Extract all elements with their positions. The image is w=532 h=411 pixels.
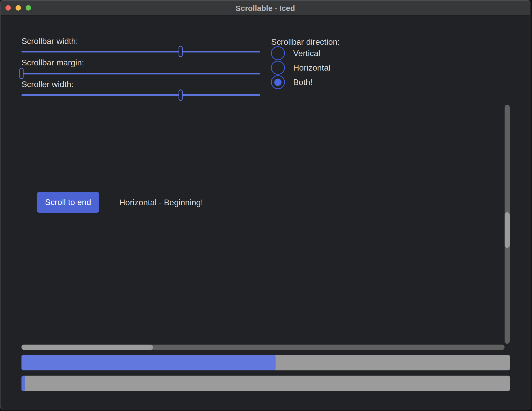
scroller-width-label: Scroller width: bbox=[21, 79, 73, 89]
scrollbar-width-slider[interactable] bbox=[21, 46, 260, 57]
vertical-scrollbar-scroller[interactable] bbox=[505, 212, 510, 248]
scroll-progress-bar-1 bbox=[21, 355, 510, 370]
radio-horizontal-circle-icon[interactable] bbox=[271, 61, 285, 75]
scrollbar-width-slider-rail[interactable] bbox=[21, 51, 260, 52]
scrollbar-margin-slider[interactable] bbox=[21, 68, 260, 79]
radio-both-label[interactable]: Both! bbox=[293, 78, 313, 87]
scrollbar-margin-label: Scrollbar margin: bbox=[21, 57, 84, 68]
scrollbar-margin-slider-rail[interactable] bbox=[21, 73, 260, 74]
scroll-to-end-button[interactable]: Scroll to end bbox=[37, 192, 99, 213]
scrollbar-width-label: Scrollbar width: bbox=[21, 36, 78, 46]
radio-vertical[interactable]: Vertical bbox=[271, 46, 330, 60]
app-window: Scrollable - Iced Scrollbar width: Scrol… bbox=[0, 0, 530, 409]
radio-both-circle-icon[interactable] bbox=[271, 75, 285, 89]
radio-vertical-circle-icon[interactable] bbox=[271, 46, 285, 60]
radio-horizontal[interactable]: Horizontal bbox=[271, 60, 330, 75]
radio-selected-dot bbox=[274, 79, 282, 86]
horizontal-scrollbar-track[interactable] bbox=[21, 345, 505, 350]
radio-both[interactable]: Both! bbox=[271, 75, 330, 89]
screen: Scrollable - Iced Scrollbar width: Scrol… bbox=[0, 0, 532, 411]
scroller-width-slider-rail[interactable] bbox=[21, 94, 260, 96]
scroll-progress-bar-2 bbox=[21, 376, 510, 391]
scroll-status-text: Horizontal - Beginning! bbox=[119, 197, 203, 208]
radio-vertical-label[interactable]: Vertical bbox=[293, 49, 320, 58]
scroller-width-slider[interactable] bbox=[21, 89, 260, 101]
horizontal-scrollbar-scroller[interactable] bbox=[21, 345, 153, 350]
vertical-scrollbar-track[interactable] bbox=[505, 105, 510, 344]
scroller-width-slider-handle[interactable] bbox=[179, 89, 183, 101]
window-title: Scrollable - Iced bbox=[1, 1, 530, 15]
scroll-progress-bar-2-fill bbox=[21, 376, 25, 391]
scrollbar-direction-label: Scrollbar direction: bbox=[271, 37, 340, 47]
scrollbar-margin-slider-handle[interactable] bbox=[19, 68, 24, 79]
scrollbar-direction-radio-group: Vertical Horizontal Both! bbox=[271, 46, 330, 89]
scroll-to-end-button-label: Scroll to end bbox=[45, 197, 91, 207]
scroll-progress-bar-1-fill bbox=[21, 355, 276, 370]
scrollbar-width-slider-handle[interactable] bbox=[179, 46, 183, 57]
radio-horizontal-label[interactable]: Horizontal bbox=[293, 63, 330, 73]
titlebar: Scrollable - Iced bbox=[1, 1, 530, 15]
